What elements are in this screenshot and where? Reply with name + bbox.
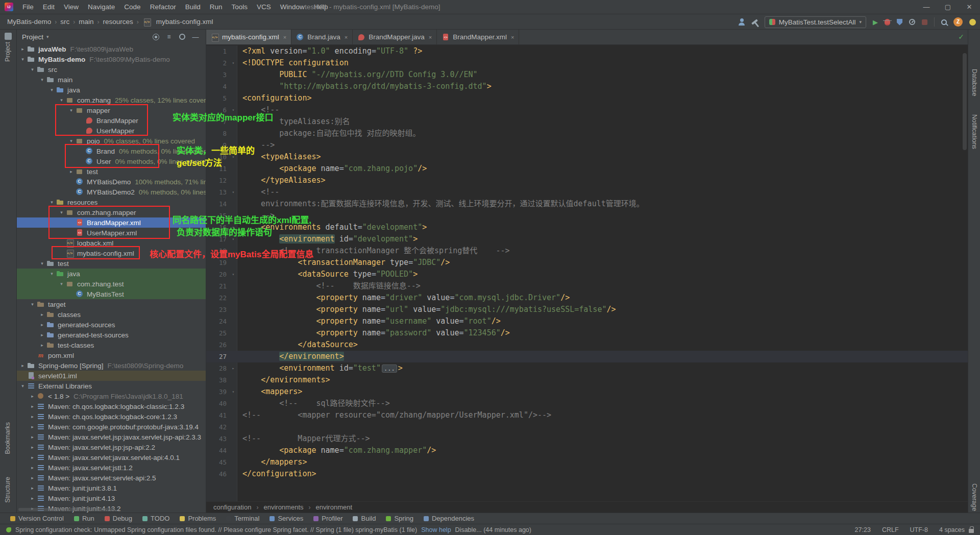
tool-stripe-structure[interactable]: Structure: [4, 477, 11, 503]
indent-setting[interactable]: 4 spaces: [939, 526, 965, 533]
tab-brandmapper-xml[interactable]: BrandMapper.xml×: [437, 30, 519, 44]
chevron-down-icon[interactable]: ▾: [38, 77, 46, 82]
line-number[interactable]: 23: [206, 304, 229, 315]
chevron-right-icon[interactable]: ▸: [38, 343, 46, 348]
line-number[interactable]: 42: [206, 421, 229, 433]
coverage-button[interactable]: [897, 19, 902, 26]
tree-row-mybatis-demo[interactable]: ▾MyBatis-demoF:\test0809\MyBatis-demo: [17, 54, 206, 64]
line-number[interactable]: 24: [206, 315, 229, 327]
chevron-right-icon[interactable]: ▸: [38, 312, 46, 317]
breadcrumb-resources[interactable]: resources: [103, 18, 133, 26]
tree-row-mybatisdemo2[interactable]: MYBatisDemo20% methods, 0% lines covered: [17, 187, 206, 197]
menu-navigate[interactable]: Navigate: [83, 0, 119, 14]
close-button[interactable]: ✕: [959, 0, 980, 14]
caret-position[interactable]: 27:23: [855, 526, 871, 533]
chevron-right-icon[interactable]: ▸: [29, 445, 36, 450]
code-text[interactable]: <property name="url" value="jdbc:mysql:/…: [237, 304, 616, 315]
code-text[interactable]: <!-- sql路径映射文件-->: [237, 398, 390, 409]
code-text[interactable]: package:自动在包中找 对应的映射组。: [237, 128, 421, 139]
tab-close-icon[interactable]: ×: [511, 34, 514, 40]
line-number[interactable]: 40: [206, 398, 229, 409]
code-text[interactable]: <property name="username" value="root"/>: [237, 315, 501, 327]
tree-row-test-classes[interactable]: ▸test-classes: [17, 340, 206, 350]
show-help-link[interactable]: Show help: [421, 526, 451, 533]
line-number[interactable]: 14: [206, 198, 229, 210]
notifications-icon[interactable]: [969, 19, 976, 26]
code-text[interactable]: -->: [237, 210, 275, 222]
chevron-down-icon[interactable]: ▾: [38, 261, 46, 266]
menu-code[interactable]: Code: [119, 0, 145, 14]
menu-view[interactable]: View: [59, 0, 83, 14]
tab-brand-java[interactable]: Brand.java×: [291, 30, 353, 44]
debug-button[interactable]: [885, 19, 890, 26]
file-encoding[interactable]: UTF-8: [910, 526, 928, 533]
line-number[interactable]: 26: [206, 339, 229, 351]
line-number[interactable]: 12: [206, 175, 229, 186]
minimize-button[interactable]: —: [916, 0, 937, 14]
tree-row-pom-xml[interactable]: pom.xml: [17, 350, 206, 360]
code-text[interactable]: <!-- Mapper代理方式-->: [237, 433, 370, 445]
tree-row-java[interactable]: ▾java: [17, 85, 206, 95]
lock-icon[interactable]: [969, 529, 974, 533]
tree-row-brand[interactable]: Brand0% methods, 0% lines covered: [17, 146, 206, 156]
chevron-down-icon[interactable]: ▾: [58, 98, 65, 103]
project-tool-icon[interactable]: [5, 33, 12, 40]
line-number[interactable]: 39: [206, 386, 229, 398]
hide-panel-icon[interactable]: —: [190, 32, 201, 42]
chevron-down-icon[interactable]: ▾: [48, 271, 56, 276]
line-number[interactable]: 16: [206, 222, 229, 233]
tree-row-maven-ch-qos-logback-logback-core-1-2-3[interactable]: ▸Maven: ch.qos.logback:logback-core:1.2.…: [17, 411, 206, 422]
line-number[interactable]: 46: [206, 468, 229, 480]
code-text[interactable]: </typeAliases>: [237, 175, 326, 186]
tree-row-spring-demo-spring[interactable]: ▸Spring-demo [Spring]F:\test0809\Spring-…: [17, 360, 206, 371]
line-number[interactable]: 1: [206, 45, 229, 57]
line-number[interactable]: 43: [206, 433, 229, 445]
code-text[interactable]: <package name="com.zhang.pojo"/>: [237, 163, 427, 175]
toolwindow-services[interactable]: Services: [264, 513, 308, 524]
stop-button[interactable]: [922, 19, 927, 25]
toolwindow-run[interactable]: Run: [69, 513, 100, 524]
code-text[interactable]: environments:配置数据库连接环境信息，开发、测试、线上环境要分开，通…: [237, 198, 644, 210]
code-text[interactable]: <?xml version="1.0" encoding="UTF-8" ?>: [237, 45, 422, 57]
tool-stripe-project[interactable]: Project: [4, 42, 11, 62]
maximize-button[interactable]: ▢: [937, 0, 959, 14]
tree-row-maven-javax-servlet-jstl-1-2[interactable]: ▸Maven: javax.servlet:jstl:1.2: [17, 463, 206, 473]
tab-mybatis-config-xml[interactable]: mybatis-config.xml×: [206, 30, 291, 44]
fold-expanded-icon[interactable]: ▾: [229, 386, 237, 398]
line-number[interactable]: 27: [206, 351, 229, 362]
tree-row-target[interactable]: ▾target: [17, 299, 206, 309]
menu-run[interactable]: Run: [205, 0, 227, 14]
code-text[interactable]: <configuration>: [237, 92, 311, 104]
line-number[interactable]: 21: [206, 280, 229, 292]
tree-row-classes[interactable]: ▸classes: [17, 309, 206, 320]
line-number[interactable]: 6: [206, 104, 229, 116]
line-number[interactable]: 4: [206, 81, 229, 92]
breadcrumb-mybatis-demo[interactable]: MyBatis-demo: [7, 18, 51, 26]
code-text[interactable]: </mappers>: [237, 456, 307, 468]
menu-refactor[interactable]: Refactor: [145, 0, 181, 14]
toolwindow-dependencies[interactable]: Dependencies: [419, 513, 479, 524]
chevron-down-icon[interactable]: ▾: [48, 87, 56, 92]
tree-row-brandmapper[interactable]: BrandMapper: [17, 115, 206, 126]
chevron-right-icon[interactable]: ▸: [29, 434, 36, 440]
code-text[interactable]: </environments>: [237, 374, 330, 386]
code-text[interactable]: <!--: [237, 104, 279, 116]
menu-build[interactable]: Build: [181, 0, 205, 14]
code-text[interactable]: <mappers>: [237, 386, 302, 398]
line-number[interactable]: 17: [206, 233, 229, 245]
toolwindow-build[interactable]: Build: [348, 513, 381, 524]
tree-row-mybatisdemo[interactable]: MYBatisDemo100% methods, 71% lines cover…: [17, 177, 206, 187]
tree-row-mybatis-config-xml[interactable]: mybatis-config.xml: [17, 248, 206, 258]
fold-expanded-icon[interactable]: ▾: [229, 222, 237, 233]
code-text[interactable]: PUBLIC "-//mybatis.org//DTD Config 3.0//…: [237, 69, 478, 81]
chevron-down-icon[interactable]: ▾: [29, 302, 36, 307]
line-number[interactable]: 28: [206, 362, 229, 374]
line-number[interactable]: 20: [206, 269, 229, 280]
line-number[interactable]: 15: [206, 210, 229, 222]
tree-row-user[interactable]: User0% methods, 0% lines covered: [17, 156, 206, 166]
code-text[interactable]: <environment id="test"...>: [237, 362, 403, 374]
chevron-down-icon[interactable]: ▾: [29, 67, 36, 72]
line-number[interactable]: 41: [206, 409, 229, 421]
tree-row-usermapper[interactable]: UserMapper: [17, 126, 206, 136]
tab-brandmapper-java[interactable]: BrandMapper.java×: [353, 30, 437, 44]
